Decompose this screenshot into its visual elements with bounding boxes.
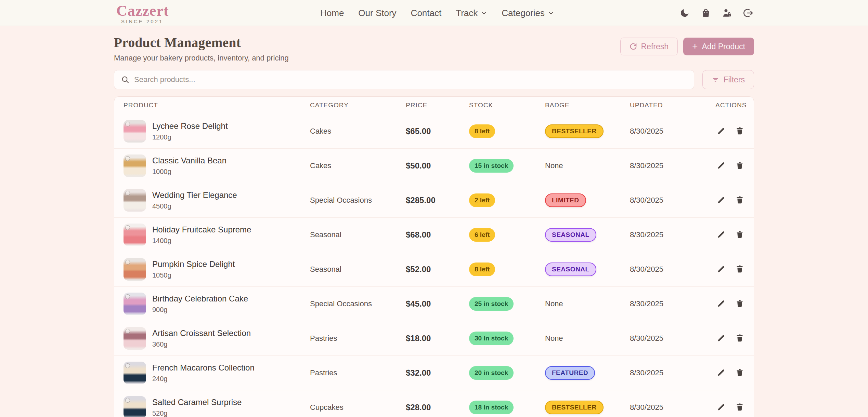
product-cell: Wedding Tier Elegance 4500g [124,189,310,212]
product-thumbnail [124,120,146,143]
product-category: Special Occasions [310,196,406,205]
product-cell: Birthday Celebration Cake 900g [124,293,310,315]
nav-our-story[interactable]: Our Story [358,8,396,18]
product-badge: BESTSELLER [545,401,604,414]
row-actions [715,299,744,309]
table-row: French Macarons Collection 240g Pastries… [114,355,754,390]
updated-date: 8/30/2025 [630,334,715,343]
delete-button[interactable] [735,299,744,309]
edit-button[interactable] [716,403,726,412]
updated-date: 8/30/2025 [630,196,715,205]
watermark-logo-icon [125,225,130,230]
product-category: Seasonal [310,265,406,274]
stock-badge: 8 left [469,124,495,138]
edit-button[interactable] [716,161,726,171]
column-header-badge: BADGE [545,102,630,109]
product-cell: Pumpkin Spice Delight 1050g [124,258,310,281]
toolbar: Refresh + Add Product [620,38,754,55]
watermark-logo-icon [125,156,130,161]
filter-lines-icon [712,76,719,83]
product-category: Cakes [310,127,406,136]
nav-contact-label: Contact [411,8,442,18]
edit-button[interactable] [716,368,726,378]
product-cell: Classic Vanilla Bean 1000g [124,154,310,177]
delete-button[interactable] [735,368,744,378]
search-input[interactable] [134,75,687,84]
product-thumbnail [124,224,146,246]
brand-logo[interactable]: Cazzert SINCE 2021 [116,3,169,24]
navbar-icon-group [679,0,754,26]
account-button[interactable] [721,7,733,19]
product-weight: 520g [152,409,242,417]
row-actions [715,265,744,274]
delete-button[interactable] [735,403,744,412]
column-header-category: CATEGORY [310,102,406,109]
delete-button[interactable] [735,334,744,343]
product-cell: Salted Caramel Surprise 520g [124,396,310,417]
dark-mode-toggle[interactable] [679,7,690,19]
updated-date: 8/30/2025 [630,127,715,136]
table-row: Wedding Tier Elegance 4500g Special Occa… [114,183,754,217]
row-actions [715,161,744,171]
product-category: Cakes [310,161,406,170]
cart-button[interactable] [700,7,712,19]
nav-contact[interactable]: Contact [411,8,442,18]
product-badge: FEATURED [545,366,595,380]
watermark-logo-icon [125,191,130,196]
updated-date: 8/30/2025 [630,161,715,170]
row-actions [715,126,744,136]
pencil-icon [717,265,726,273]
page-header: Product Management Manage your bakery pr… [114,35,754,63]
table-body: Lychee Rose Delight 1200g Cakes $65.00 8… [114,114,754,417]
filters-label: Filters [723,75,745,84]
nav-categories-dropdown[interactable]: Categories [502,8,554,18]
product-name: Lychee Rose Delight [152,121,228,131]
nav-track-dropdown[interactable]: Track [456,8,487,18]
product-badge: LIMITED [545,193,586,207]
trash-icon [735,334,744,342]
trash-icon [735,265,744,273]
product-price: $45.00 [406,299,469,309]
product-name: Artisan Croissant Selection [152,328,251,338]
edit-button[interactable] [716,230,726,240]
edit-button[interactable] [716,299,726,309]
pencil-icon [717,334,726,342]
product-weight: 1050g [152,271,235,279]
edit-button[interactable] [716,334,726,343]
refresh-button[interactable]: Refresh [620,38,678,55]
logout-button[interactable] [742,7,754,19]
trash-icon [735,196,744,204]
edit-button[interactable] [716,126,726,136]
edit-button[interactable] [716,196,726,205]
delete-button[interactable] [735,196,744,205]
delete-button[interactable] [735,126,744,136]
product-badge: SEASONAL [545,263,596,276]
nav-home[interactable]: Home [320,8,344,18]
add-product-button[interactable]: + Add Product [683,38,754,55]
table-row: Artisan Croissant Selection 360g Pastrie… [114,321,754,355]
column-header-actions: ACTIONS [715,102,747,109]
delete-button[interactable] [735,230,744,240]
pencil-icon [717,196,726,204]
refresh-label: Refresh [641,42,669,51]
trash-icon [735,230,744,239]
product-price: $32.00 [406,368,469,378]
delete-button[interactable] [735,161,744,171]
product-weight: 4500g [152,202,237,210]
delete-button[interactable] [735,265,744,274]
stock-badge: 2 left [469,193,495,207]
plus-icon: + [692,41,698,51]
trash-icon [735,126,744,135]
product-badge: None [545,334,563,342]
updated-date: 8/30/2025 [630,368,715,377]
trash-icon [735,368,744,377]
product-cell: French Macarons Collection 240g [124,362,310,384]
product-badge: None [545,161,563,170]
watermark-logo-icon [125,122,130,126]
products-table: PRODUCT CATEGORY PRICE STOCK BADGE UPDAT… [114,96,754,417]
pencil-icon [717,403,726,412]
updated-date: 8/30/2025 [630,265,715,274]
search-box [114,70,694,89]
edit-button[interactable] [716,265,726,274]
filters-button[interactable]: Filters [702,70,754,89]
